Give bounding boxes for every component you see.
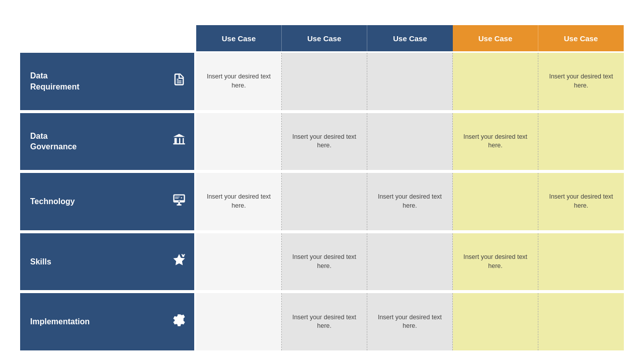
data-cell-3-2 [367, 233, 453, 291]
data-cell-1-2 [367, 113, 453, 170]
svg-point-3 [182, 254, 183, 255]
cell-text-0-0: Insert your desired text here. [201, 72, 276, 90]
data-cell-1-3: Insert your desired text here. [453, 113, 538, 170]
data-cell-1-4 [538, 113, 624, 170]
cell-text-4-2: Insert your desired text here. [372, 313, 447, 331]
row-label-text-3: Skills [30, 256, 51, 267]
data-cell-1-1: Insert your desired text here. [282, 113, 367, 170]
data-cell-3-0 [196, 233, 282, 291]
row-label-text-0: DataRequirement [30, 70, 79, 92]
header-col-0: Use Case [196, 25, 282, 51]
data-cell-1-0 [196, 113, 282, 170]
data-cell-4-4 [538, 293, 624, 350]
row-label-0: DataRequirement [20, 53, 194, 110]
row-icon-2 [172, 193, 186, 210]
row-icon-0 [172, 72, 186, 90]
cell-text-0-4: Insert your desired text here. [543, 72, 619, 90]
data-cell-3-4 [538, 233, 624, 291]
data-cell-3-1: Insert your desired text here. [282, 233, 367, 291]
cell-text-1-3: Insert your desired text here. [458, 133, 533, 150]
data-cell-0-1 [282, 53, 367, 110]
data-cell-2-4: Insert your desired text here. [538, 173, 624, 230]
cell-text-2-0: Insert your desired text here. [201, 193, 276, 210]
cell-text-1-1: Insert your desired text here. [287, 133, 362, 150]
data-cell-0-4: Insert your desired text here. [538, 53, 624, 110]
row-label-2: Technology [20, 173, 194, 230]
data-cell-4-0 [196, 293, 282, 350]
svg-point-2 [184, 254, 185, 255]
data-cell-2-2: Insert your desired text here. [367, 173, 453, 230]
row-icon-3 [172, 253, 186, 270]
cell-text-4-1: Insert your desired text here. [287, 313, 362, 331]
cell-text-3-1: Insert your desired text here. [287, 253, 362, 270]
header-spacer [20, 25, 196, 51]
row-icon-1 [172, 133, 186, 150]
data-cell-3-3: Insert your desired text here. [453, 233, 538, 291]
row-label-text-1: DataGovernance [30, 131, 76, 152]
page: Use CaseUse CaseUse CaseUse CaseUse Case… [0, 0, 644, 362]
data-cell-2-3 [453, 173, 538, 230]
row-label-text-2: Technology [30, 196, 75, 207]
data-cell-4-3 [453, 293, 538, 350]
data-cell-4-2: Insert your desired text here. [367, 293, 453, 350]
svg-point-0 [181, 198, 182, 199]
data-cell-2-1 [282, 173, 367, 230]
cell-text-2-4: Insert your desired text here. [543, 193, 619, 210]
header-col-4: Use Case [538, 25, 624, 51]
row-label-4: Implementation [20, 293, 194, 350]
data-cell-0-0: Insert your desired text here. [196, 53, 282, 110]
data-cell-4-1: Insert your desired text here. [282, 293, 367, 350]
data-cell-0-3 [453, 53, 538, 110]
main-grid: Use CaseUse CaseUse CaseUse CaseUse Case… [20, 25, 624, 352]
header-col-1: Use Case [282, 25, 367, 51]
row-label-1: DataGovernance [20, 113, 194, 170]
cell-text-2-2: Insert your desired text here. [372, 193, 447, 210]
data-cell-0-2 [367, 53, 453, 110]
row-label-text-4: Implementation [30, 316, 90, 327]
row-label-3: Skills [20, 233, 194, 291]
header-col-2: Use Case [367, 25, 453, 51]
row-icon-4 [172, 313, 186, 331]
data-cell-2-0: Insert your desired text here. [196, 173, 282, 230]
header-col-3: Use Case [453, 25, 538, 51]
cell-text-3-3: Insert your desired text here. [458, 253, 533, 270]
